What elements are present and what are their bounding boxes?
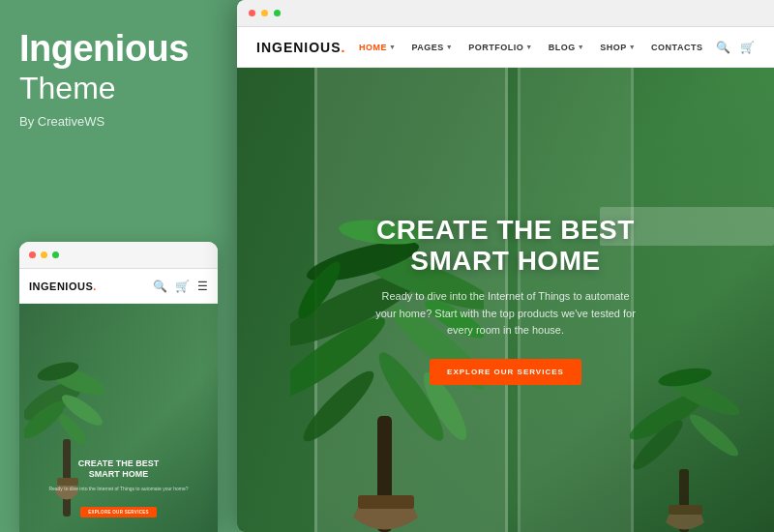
mobile-icons: 🔍 🛒 ☰ bbox=[153, 280, 208, 293]
hero-title: CREATE THE BEST SMART HOME bbox=[371, 215, 641, 277]
mobile-hero-text: CREATE THE BESTSMART HOME Ready to dive … bbox=[29, 458, 208, 517]
nav-contacts[interactable]: CONTACTS bbox=[651, 43, 702, 52]
right-panel: INGENIOUS. HOME ▼ PAGES ▼ PORTFOLIO ▼ BL… bbox=[237, 0, 774, 532]
desktop-navbar: INGENIOUS. HOME ▼ PAGES ▼ PORTFOLIO ▼ BL… bbox=[237, 27, 774, 68]
desktop-search-icon[interactable]: 🔍 bbox=[716, 41, 730, 54]
svg-point-26 bbox=[685, 409, 742, 460]
title-ingenious: Ingenious bbox=[19, 29, 218, 70]
by-line: By CreativeWS bbox=[19, 114, 218, 129]
mobile-search-icon[interactable]: 🔍 bbox=[153, 280, 167, 293]
desktop-logo-dot: . bbox=[342, 40, 346, 55]
mobile-cta-button[interactable]: EXPLORE OUR SERVICES bbox=[80, 507, 157, 517]
desktop-logo: INGENIOUS. bbox=[256, 40, 345, 55]
mobile-browser-bar bbox=[19, 242, 218, 269]
mobile-content: CREATE THE BESTSMART HOME Ready to dive … bbox=[19, 304, 218, 532]
desktop-menu: HOME ▼ PAGES ▼ PORTFOLIO ▼ BLOG ▼ SHOP ▼… bbox=[359, 43, 702, 52]
nav-shop[interactable]: SHOP ▼ bbox=[600, 43, 636, 52]
chevron-icon: ▼ bbox=[525, 44, 532, 50]
chevron-icon: ▼ bbox=[446, 44, 453, 50]
title-theme: Theme bbox=[19, 70, 218, 106]
desktop-plant-right bbox=[629, 319, 745, 532]
title-block: Ingenious Theme By CreativeWS bbox=[19, 29, 218, 129]
hero-content: CREATE THE BEST SMART HOME Ready to dive… bbox=[371, 215, 641, 385]
svg-rect-9 bbox=[358, 495, 414, 509]
desktop-hero: CREATE THE BEST SMART HOME Ready to dive… bbox=[237, 68, 774, 532]
hero-title-line1: CREATE THE BEST bbox=[376, 215, 635, 245]
svg-rect-22 bbox=[669, 505, 702, 515]
mobile-logo-dot: . bbox=[93, 281, 97, 292]
desktop-cart-icon[interactable]: 🛒 bbox=[740, 41, 755, 54]
mobile-preview: INGENIOUS. 🔍 🛒 ☰ bbox=[19, 242, 218, 532]
dot-green bbox=[52, 251, 59, 258]
desktop-browser-bar bbox=[237, 0, 774, 27]
mobile-hero-title: CREATE THE BESTSMART HOME bbox=[29, 458, 208, 481]
browser-dot-green bbox=[274, 10, 281, 16]
nav-pages[interactable]: PAGES ▼ bbox=[411, 43, 453, 52]
nav-home[interactable]: HOME ▼ bbox=[359, 43, 396, 52]
mobile-bg: CREATE THE BESTSMART HOME Ready to dive … bbox=[19, 304, 218, 532]
browser-dot-red bbox=[249, 10, 255, 16]
desktop-nav-icons: 🔍 🛒 bbox=[716, 41, 755, 54]
dot-red bbox=[29, 251, 36, 258]
chevron-icon: ▼ bbox=[389, 44, 396, 50]
nav-portfolio[interactable]: PORTFOLIO ▼ bbox=[468, 43, 532, 52]
hero-title-line2: SMART HOME bbox=[410, 246, 600, 276]
left-panel: Ingenious Theme By CreativeWS INGENIOUS.… bbox=[0, 0, 237, 532]
mobile-menu-icon[interactable]: ☰ bbox=[197, 280, 208, 293]
mobile-hero-subtitle: Ready to dive into the Internet of Thing… bbox=[29, 486, 208, 492]
hero-subtitle: Ready to dive into the Internet of Thing… bbox=[371, 288, 641, 340]
hero-cta-button[interactable]: EXPLORE OUR SERVICES bbox=[430, 359, 581, 385]
mobile-nav: INGENIOUS. 🔍 🛒 ☰ bbox=[19, 269, 218, 304]
browser-dot-yellow bbox=[261, 10, 268, 16]
mobile-logo: INGENIOUS. bbox=[29, 281, 97, 292]
desktop-browser: INGENIOUS. HOME ▼ PAGES ▼ PORTFOLIO ▼ BL… bbox=[237, 0, 774, 532]
chevron-icon: ▼ bbox=[629, 44, 636, 50]
mobile-cart-icon[interactable]: 🛒 bbox=[175, 280, 190, 293]
dot-yellow bbox=[41, 251, 47, 258]
nav-blog[interactable]: BLOG ▼ bbox=[549, 43, 584, 52]
chevron-icon: ▼ bbox=[578, 44, 584, 50]
